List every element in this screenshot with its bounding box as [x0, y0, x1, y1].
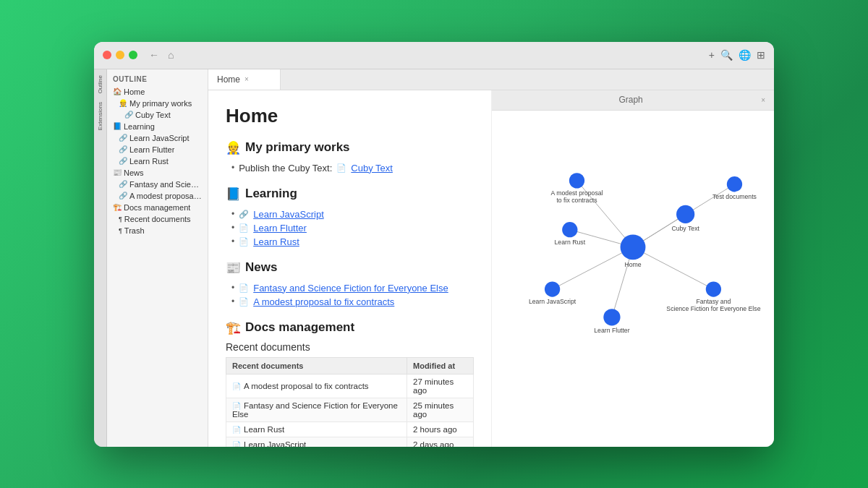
bullet-learnjs: • 🔗 Learn JavaScript	[231, 207, 474, 221]
outline-label-trash: Trash	[124, 226, 145, 235]
learnflutter-link[interactable]: Learn Flutter	[253, 223, 307, 234]
table-row[interactable]: 📄Learn Rust2 hours ago	[226, 421, 474, 437]
graph-tab-close[interactable]: ×	[761, 96, 765, 104]
minimize-button[interactable]	[116, 51, 124, 59]
node-label: Learn Rust	[555, 239, 586, 246]
outline-item-fantasy[interactable]: 🔗 Fantasy and Scienc...	[107, 179, 208, 190]
graph-edge	[633, 247, 713, 288]
graph-node[interactable]: Test documents	[712, 176, 757, 200]
outline-label-news: News	[124, 168, 144, 177]
learnflutter-doc-icon: 📄	[239, 223, 249, 233]
node-label: Cuby Text	[671, 224, 699, 231]
learnjs-doc-icon: 🔗	[239, 210, 249, 219]
myprimary-heading: My primary works	[245, 140, 350, 155]
cuby-icon: 🔗	[124, 111, 133, 119]
node-circle	[562, 222, 577, 237]
close-button[interactable]	[103, 51, 111, 59]
table-row[interactable]: 📄Fantasy and Science Fiction for Everyon…	[226, 398, 474, 421]
docs-icon: 🏗️	[113, 203, 122, 211]
outline-item-cuby[interactable]: 🔗 Cuby Text	[107, 109, 208, 121]
col-header-name: Recent documents	[226, 357, 407, 374]
table-row[interactable]: 📄A modest proposal to fix contracts27 mi…	[226, 374, 474, 398]
outline-item-modest[interactable]: 🔗 A modest proposal ...	[107, 190, 208, 202]
modest-link[interactable]: A modest proposal to fix contracts	[253, 296, 394, 307]
globe-icon[interactable]: 🌐	[739, 49, 751, 61]
grid-icon[interactable]: ⊞	[757, 49, 765, 61]
app-window: ← ⌂ + 🔍 🌐 ⊞ Outline Extensions OUTLINE 🏠…	[94, 42, 774, 447]
myprimary-emoji: 👷	[226, 140, 241, 155]
outline-item-docs[interactable]: 🏗️ Docs management	[107, 202, 208, 213]
cuby-link[interactable]: Cuby Text	[351, 163, 393, 174]
doc-name-cell: 📄Learn JavaScript	[226, 437, 407, 447]
home-panel: Home 👷 My primary works • Publish the Cu…	[208, 90, 492, 447]
node-circle	[727, 176, 742, 192]
outline-item-learnflutter[interactable]: 🔗 Learn Flutter	[107, 144, 208, 155]
node-circle	[621, 234, 646, 260]
back-button[interactable]: ←	[146, 48, 162, 62]
outline-label-fantasy: Fantasy and Scienc...	[129, 180, 202, 189]
doc-modified-cell: 2 hours ago	[407, 421, 474, 437]
add-icon[interactable]: +	[709, 49, 715, 61]
graph-node[interactable]: Learn Flutter	[594, 309, 629, 334]
node-circle	[569, 173, 584, 188]
fantasy-link[interactable]: Fantasy and Science Fiction for Everyone…	[253, 283, 448, 294]
node-circle	[676, 205, 694, 223]
maximize-button[interactable]	[129, 51, 137, 59]
section-heading-news: 📰 News	[226, 260, 474, 275]
outline-label-learnrust: Learn Rust	[129, 157, 169, 166]
graph-node[interactable]: Learn Rust	[555, 222, 586, 246]
learning-bullets: • 🔗 Learn JavaScript • 📄 Learn Flutter •…	[231, 207, 474, 249]
outline-item-news[interactable]: 📰 News	[107, 167, 208, 179]
extensions-strip-label[interactable]: Extensions	[97, 102, 103, 130]
doc-modified-cell: 2 days ago	[407, 437, 474, 447]
content-area: Home × Home 👷 My primary works	[208, 69, 774, 447]
table-row[interactable]: 📄Learn JavaScript2 days ago	[226, 437, 474, 447]
outline-item-home[interactable]: 🏠 Home	[107, 86, 208, 98]
bullet-learnrust: • 📄 Learn Rust	[231, 235, 474, 249]
outline-item-learnjs[interactable]: 🔗 Learn JavaScript	[107, 132, 208, 144]
home-button[interactable]: ⌂	[165, 48, 176, 62]
graph-node[interactable]: Learn JavaScript	[529, 281, 576, 305]
graph-node[interactable]: Home	[621, 234, 646, 268]
search-icon[interactable]: 🔍	[720, 49, 733, 61]
news-bullets: • 📄 Fantasy and Science Fiction for Ever…	[231, 281, 474, 309]
outline-label-home: Home	[124, 87, 145, 96]
cuby-doc-icon: 📄	[336, 163, 346, 173]
graph-node[interactable]: Fantasy andScience Fiction for Everyone …	[666, 281, 760, 312]
bullet-modest: • 📄 A modest proposal to fix contracts	[231, 295, 474, 309]
tab-home[interactable]: Home ×	[208, 69, 281, 90]
outline-header: OUTLINE	[107, 69, 208, 86]
graph-node[interactable]: Cuby Text	[671, 205, 699, 231]
graph-content: HomeCuby TextTest documentsA modest prop…	[492, 111, 774, 447]
docs-emoji: 🏗️	[226, 320, 241, 335]
tab-home-close[interactable]: ×	[244, 75, 249, 83]
node-label: Fantasy andScience Fiction for Everyone …	[666, 298, 760, 312]
cuby-text-prefix: Publish the Cuby Text:	[239, 163, 332, 174]
outline-label-recentdocs: Recent documents	[124, 215, 191, 223]
myprimary-bullets: • Publish the Cuby Text: 📄 Cuby Text	[231, 161, 474, 175]
node-circle	[706, 281, 721, 296]
news-icon: 📰	[113, 168, 122, 176]
bullet-learnflutter: • 📄 Learn Flutter	[231, 221, 474, 235]
outline-item-learnrust[interactable]: 🔗 Learn Rust	[107, 155, 208, 167]
learnjs-link[interactable]: Learn JavaScript	[253, 209, 324, 220]
outline-strip-label[interactable]: Outline	[97, 75, 103, 93]
recent-docs-section: Recent documents Recent documents Modifi…	[226, 341, 474, 447]
outline-label-learning: Learning	[124, 122, 155, 131]
outline-panel: OUTLINE 🏠 Home 👷 My primary works 🔗 Cuby…	[107, 69, 208, 447]
bullet-fantasy: • 📄 Fantasy and Science Fiction for Ever…	[231, 281, 474, 295]
home-outline-icon: 🏠	[113, 87, 122, 95]
outline-label-learnflutter: Learn Flutter	[129, 145, 174, 154]
outline-item-learning[interactable]: 📘 Learning	[107, 121, 208, 132]
learnrust-link[interactable]: Learn Rust	[253, 236, 299, 247]
graph-svg: HomeCuby TextTest documentsA modest prop…	[492, 111, 774, 447]
outline-item-myprimary[interactable]: 👷 My primary works	[107, 98, 208, 109]
doc-name-cell: 📄A modest proposal to fix contracts	[226, 374, 407, 398]
recentdocs-icon: ¶	[119, 215, 122, 223]
learnrust-doc-icon: 📄	[239, 237, 249, 247]
outline-item-recentdocs[interactable]: ¶ Recent documents	[107, 213, 208, 225]
graph-node[interactable]: A modest proposalto fix contracts	[550, 173, 603, 204]
outline-item-trash[interactable]: ¶ Trash	[107, 225, 208, 236]
node-label: Learn Flutter	[594, 327, 629, 334]
modest-doc-icon: 📄	[239, 297, 249, 307]
